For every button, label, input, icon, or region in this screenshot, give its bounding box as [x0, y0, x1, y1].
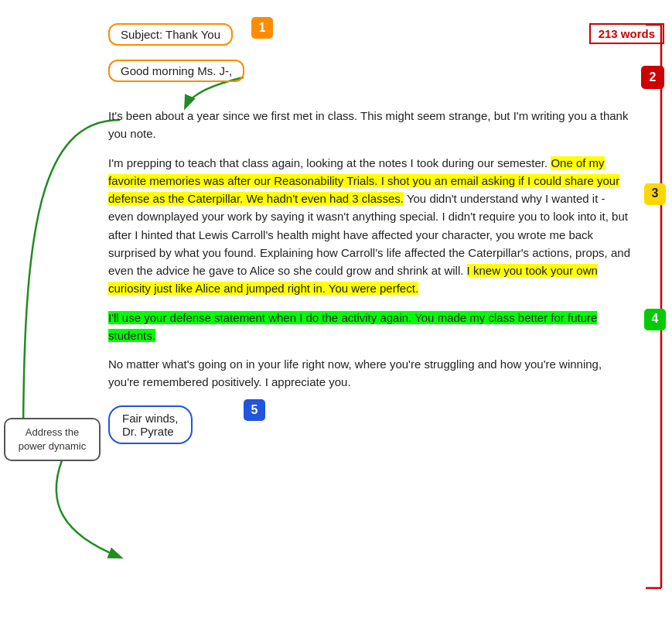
badge-3: 3: [644, 183, 666, 205]
greeting-text: Good morning Ms. J-,: [121, 64, 232, 77]
paragraph-1: It's been about a year since we first me…: [108, 107, 633, 143]
signature-box: Fair winds,Dr. Pyrate: [108, 405, 193, 444]
paragraph-2: I'm prepping to teach that class again, …: [108, 154, 633, 298]
paragraph-3: I'll use your defense statement when I d…: [108, 309, 633, 345]
address-power-text: Address the power dynamic: [19, 426, 86, 452]
paragraph-4: No matter what's going on in your life r…: [108, 355, 633, 392]
badge-1: 1: [251, 17, 273, 39]
greeting-box: Good morning Ms. J-,: [108, 60, 244, 82]
signature-area: Fair winds,Dr. Pyrate 5: [108, 402, 633, 444]
subject-box: Subject: Thank You: [108, 23, 233, 46]
highlight-green-1: I'll use your defense statement when I d…: [108, 311, 597, 342]
badge-4: 4: [644, 309, 666, 330]
subject-text: Subject: Thank You: [121, 28, 220, 41]
badge-5: 5: [244, 399, 265, 421]
address-box: Address the power dynamic: [4, 418, 101, 461]
annotation-left: Address the power dynamic: [4, 418, 101, 461]
main-content: Subject: Thank You 1 Good morning Ms. J-…: [108, 23, 633, 596]
badge-2: 2: [641, 66, 664, 89]
